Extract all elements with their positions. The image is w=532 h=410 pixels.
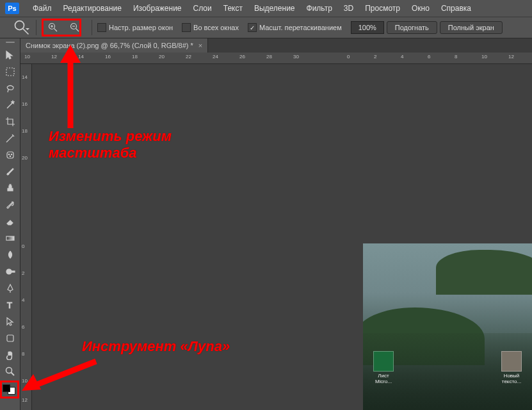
menu-select[interactable]: Выделение <box>248 4 301 13</box>
healing-brush-tool[interactable] <box>1 147 19 163</box>
zoom-tool[interactable] <box>1 363 19 379</box>
svg-line-1 <box>23 29 29 35</box>
annotation-arrow-icon <box>51 45 90 135</box>
path-selection-tool[interactable] <box>1 313 19 329</box>
type-tool[interactable]: T <box>1 297 19 313</box>
zoom-out-button[interactable] <box>66 20 84 36</box>
desktop-file-icon: Лист Micro... <box>369 351 398 384</box>
menu-window[interactable]: Окно <box>406 4 435 13</box>
zoom-percent-input[interactable] <box>351 21 384 34</box>
history-brush-tool[interactable] <box>1 197 19 213</box>
full-screen-button[interactable]: Полный экран <box>440 21 503 34</box>
menu-bar: Ps Файл Редактирование Изображение Слои … <box>0 0 532 17</box>
menu-view[interactable]: Просмотр <box>359 4 406 13</box>
annotation-arrow-icon <box>19 356 102 395</box>
marquee-tool[interactable] <box>1 63 19 79</box>
svg-point-17 <box>6 269 12 274</box>
resize-windows-option[interactable]: Настр. размер окон <box>97 23 173 32</box>
svg-line-22 <box>12 372 15 375</box>
menu-edit[interactable]: Редактирование <box>58 4 127 13</box>
scrubby-zoom-label: Масшт. перетаскиванием <box>259 24 342 31</box>
svg-rect-15 <box>10 184 11 186</box>
brush-tool[interactable] <box>1 163 19 179</box>
gradient-tool[interactable] <box>1 230 19 246</box>
checkbox-icon[interactable] <box>182 23 191 32</box>
svg-marker-24 <box>60 45 81 63</box>
svg-line-7 <box>76 29 79 32</box>
move-tool[interactable] <box>1 47 19 63</box>
desktop-file-icon: Новый тексто... <box>497 351 526 384</box>
lasso-tool[interactable] <box>1 80 19 96</box>
checkbox-icon[interactable] <box>97 23 106 32</box>
crop-tool[interactable] <box>1 113 19 129</box>
app-logo: Ps <box>5 3 19 14</box>
svg-rect-20 <box>7 335 13 341</box>
menu-file[interactable]: Файл <box>27 4 58 13</box>
menu-text[interactable]: Текст <box>218 4 248 13</box>
color-swatches[interactable] <box>0 382 20 397</box>
svg-point-14 <box>10 156 10 156</box>
divider <box>36 20 36 35</box>
svg-rect-9 <box>6 68 14 76</box>
svg-point-13 <box>11 154 12 154</box>
menu-filter[interactable]: Фильтр <box>301 4 338 13</box>
svg-line-25 <box>31 361 96 387</box>
toolbox: T <box>0 38 20 410</box>
eyedropper-tool[interactable] <box>1 130 19 146</box>
svg-rect-11 <box>7 152 13 158</box>
dodge-tool[interactable] <box>1 263 19 279</box>
all-windows-label: Во всех окнах <box>193 24 239 31</box>
current-tool-indicator[interactable] <box>13 20 31 35</box>
svg-rect-16 <box>6 236 14 240</box>
fit-screen-button[interactable]: Подогнать <box>387 21 437 34</box>
canvas-image-content: Лист Micro... Новый тексто... <box>363 243 532 410</box>
clone-stamp-tool[interactable] <box>1 180 19 196</box>
pen-tool[interactable] <box>1 280 19 296</box>
document-tab-strip: Снимок экрана (2).png @ 66,7% (Слой 0, R… <box>20 38 532 53</box>
eraser-tool[interactable] <box>1 213 19 229</box>
svg-point-0 <box>15 21 24 30</box>
svg-text:T: T <box>7 300 12 310</box>
scrubby-zoom-option[interactable]: Масшт. перетаскиванием <box>248 23 342 32</box>
hand-tool[interactable] <box>1 347 19 363</box>
menu-layers[interactable]: Слои <box>188 4 218 13</box>
svg-point-21 <box>6 367 12 373</box>
svg-point-12 <box>8 154 9 154</box>
options-bar: Настр. размер окон Во всех окнах Масшт. … <box>0 17 532 38</box>
magic-wand-tool[interactable] <box>1 97 19 113</box>
checkbox-icon[interactable] <box>248 23 257 32</box>
svg-line-3 <box>54 29 58 32</box>
horizontal-ruler: 10 12 14 16 18 20 22 24 26 28 30 0 2 4 6… <box>20 53 532 64</box>
blur-tool[interactable] <box>1 247 19 263</box>
resize-windows-label: Настр. размер окон <box>109 24 173 31</box>
svg-rect-18 <box>12 271 15 272</box>
toolbox-grip[interactable] <box>0 38 20 46</box>
all-windows-option[interactable]: Во всех окнах <box>182 23 239 32</box>
foreground-color[interactable] <box>3 384 10 392</box>
menu-3d[interactable]: 3D <box>338 4 359 13</box>
document-tab[interactable]: Снимок экрана (2).png @ 66,7% (Слой 0, R… <box>20 38 208 53</box>
zoom-in-button[interactable] <box>44 20 62 36</box>
menu-help[interactable]: Справка <box>435 4 477 13</box>
annotation-text: Инструмент «Лупа» <box>82 338 230 355</box>
shape-tool[interactable] <box>1 330 19 346</box>
annotation-text: Изменить режим мастштаба <box>49 128 177 162</box>
menu-image[interactable]: Изображение <box>127 4 188 13</box>
close-icon[interactable]: × <box>198 42 202 49</box>
divider <box>92 20 92 35</box>
